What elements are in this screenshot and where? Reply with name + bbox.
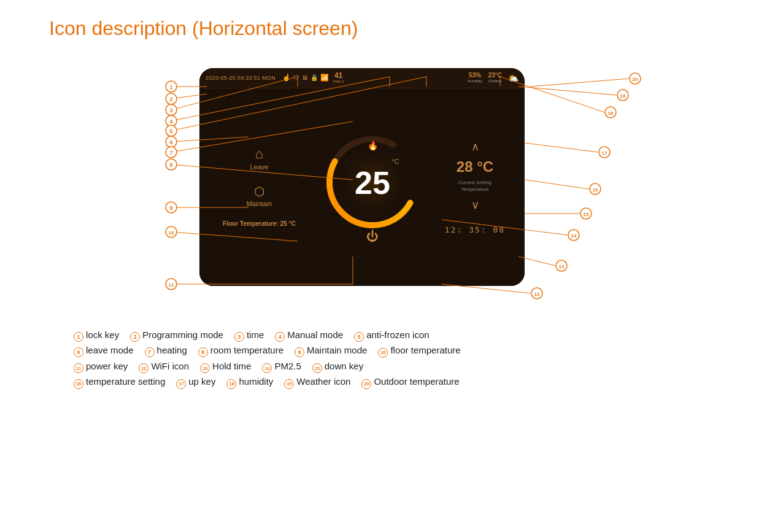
svg-point-32 bbox=[166, 159, 177, 170]
svg-line-69 bbox=[531, 79, 629, 87]
maintain-mode-item: ⬡ Maintain bbox=[247, 184, 272, 207]
desc-item-14: 14 PM2.5 bbox=[262, 361, 301, 373]
svg-line-59 bbox=[525, 143, 598, 152]
main-content: 2020-05-25 09:33:51 MON ☝ 🛡 🖥 🔒 📶 41 PM2… bbox=[0, 46, 767, 392]
desc-num-9: 9 bbox=[295, 347, 304, 357]
desc-text-1: lock key bbox=[86, 330, 119, 340]
svg-point-51 bbox=[568, 229, 579, 241]
humidity-value: 53% bbox=[469, 72, 481, 79]
svg-text:12: 12 bbox=[534, 291, 540, 297]
desc-num-7: 7 bbox=[145, 347, 155, 357]
power-button[interactable]: ⏻ bbox=[366, 229, 379, 244]
svg-text:13: 13 bbox=[559, 264, 565, 269]
svg-text:18: 18 bbox=[608, 110, 614, 116]
desc-text-19: Weather icon bbox=[296, 376, 350, 387]
desc-item-20: 20 Outdoor temperature bbox=[361, 376, 459, 388]
svg-text:10: 10 bbox=[169, 230, 174, 236]
desc-num-8: 8 bbox=[198, 347, 208, 357]
wifi-icon-sym: 📶 bbox=[320, 74, 329, 82]
left-panel: ⌂ Leave ⬡ Maintain Floor Temperature: 25… bbox=[199, 88, 319, 286]
right-panel: ∧ 28 °C Current SettingTemperature ∨ 12:… bbox=[425, 88, 525, 286]
desc-num-3: 3 bbox=[234, 332, 244, 342]
device-area: 2020-05-25 09:33:51 MON ☝ 🛡 🖥 🔒 📶 41 PM2… bbox=[107, 51, 660, 321]
desc-text-3: time bbox=[247, 330, 264, 340]
pm25-value: 41 bbox=[334, 72, 342, 80]
outdoor-label: Outdoor bbox=[488, 79, 502, 83]
desc-item-13: 13 Hold time bbox=[200, 361, 251, 373]
pm25-label: PM2.5 bbox=[333, 80, 344, 84]
desc-num-12: 12 bbox=[139, 363, 148, 373]
desc-text-12: WiFi icon bbox=[151, 361, 189, 371]
svg-line-66 bbox=[518, 87, 617, 95]
pm25-block: 41 PM2.5 bbox=[333, 72, 344, 84]
desc-item-2: 2 Programming mode bbox=[130, 330, 223, 341]
svg-text:5: 5 bbox=[169, 128, 172, 134]
floor-temp-label: Floor Temperature: 25 °C bbox=[223, 220, 296, 227]
svg-point-26 bbox=[166, 136, 177, 147]
desc-row-2: 6 leave mode 7 heating 8 room temperatur… bbox=[74, 345, 693, 357]
page-title: Icon description (Horizontal screen) bbox=[0, 0, 767, 40]
desc-row-1: 1 lock key 2 Programming mode 3 time 4 M… bbox=[74, 330, 693, 341]
svg-text:20: 20 bbox=[633, 77, 638, 82]
desc-text-18: humidity bbox=[239, 376, 273, 387]
desc-num-17: 17 bbox=[176, 379, 186, 389]
desc-num-1: 1 bbox=[74, 332, 83, 342]
up-button[interactable]: ∧ bbox=[471, 140, 479, 153]
desc-item-17: 17 up key bbox=[176, 376, 215, 388]
desc-item-8: 8 room temperature bbox=[198, 345, 283, 357]
desc-item-3: 3 time bbox=[234, 330, 264, 341]
down-button[interactable]: ∨ bbox=[471, 198, 479, 212]
svg-point-8 bbox=[166, 81, 177, 92]
maintain-label: Maintain bbox=[247, 200, 272, 207]
desc-text-11: power key bbox=[86, 361, 128, 371]
desc-item-7: 7 heating bbox=[145, 345, 187, 357]
desc-row-4: 16 temperature setting 17 up key 18 humi… bbox=[74, 376, 693, 388]
lock-icon-sym: 🔒 bbox=[310, 74, 318, 81]
desc-text-9: Maintain mode bbox=[307, 345, 367, 355]
floor-temp-display: Floor Temperature: 25 °C bbox=[223, 220, 296, 228]
touch-icon: ☝ bbox=[282, 74, 291, 82]
svg-text:25: 25 bbox=[355, 165, 390, 201]
svg-text:17: 17 bbox=[602, 150, 607, 156]
svg-point-42 bbox=[166, 279, 177, 290]
humidity-block: 53% Humidity bbox=[468, 72, 482, 83]
status-bar: 2020-05-25 09:33:51 MON ☝ 🛡 🖥 🔒 📶 41 PM2… bbox=[199, 68, 525, 88]
desc-item-9: 9 Maintain mode bbox=[295, 345, 367, 357]
desc-item-6: 6 leave mode bbox=[74, 345, 134, 357]
shield-icon: 🛡 bbox=[293, 74, 299, 81]
desc-text-17: up key bbox=[188, 376, 215, 387]
desc-text-10: floor temperature bbox=[390, 345, 460, 355]
desc-num-16: 16 bbox=[74, 379, 83, 389]
svg-text:🔥: 🔥 bbox=[367, 141, 378, 151]
device-body: ⌂ Leave ⬡ Maintain Floor Temperature: 25… bbox=[199, 88, 525, 286]
desc-text-8: room temperature bbox=[210, 345, 283, 355]
desc-text-13: Hold time bbox=[212, 361, 251, 371]
desc-item-4: 4 Manual mode bbox=[275, 330, 343, 341]
outdoor-value: 23°C bbox=[488, 72, 502, 79]
svg-point-15 bbox=[166, 104, 177, 115]
svg-text:16: 16 bbox=[593, 187, 598, 193]
hold-time-display: 12: 35: 08 bbox=[445, 225, 505, 234]
display-icon: 🖥 bbox=[302, 74, 308, 81]
svg-point-11 bbox=[166, 93, 177, 104]
desc-text-6: leave mode bbox=[86, 345, 134, 355]
svg-text:9: 9 bbox=[169, 205, 172, 211]
center-dial-area: 🔥 °C 25 ⏻ bbox=[319, 88, 425, 286]
leave-label: Leave bbox=[250, 163, 269, 171]
set-temp-label: Current SettingTemperature bbox=[458, 179, 491, 193]
desc-text-14: PM2.5 bbox=[274, 361, 301, 371]
desc-item-1: 1 lock key bbox=[74, 330, 119, 341]
svg-text:14: 14 bbox=[571, 233, 577, 239]
svg-point-54 bbox=[580, 208, 592, 219]
svg-text:7: 7 bbox=[169, 150, 172, 156]
desc-text-20: Outdoor temperature bbox=[374, 376, 459, 387]
svg-text:1: 1 bbox=[169, 84, 172, 90]
set-temp-display: 28 °C bbox=[457, 158, 493, 175]
desc-item-15: 15 down key bbox=[312, 361, 363, 373]
desc-text-15: down key bbox=[325, 361, 363, 371]
datetime-display: 2020-05-25 09:33:51 MON bbox=[206, 75, 276, 81]
desc-num-2: 2 bbox=[130, 332, 140, 342]
svg-point-23 bbox=[166, 125, 177, 136]
desc-num-5: 5 bbox=[354, 332, 364, 342]
svg-point-48 bbox=[556, 260, 567, 271]
